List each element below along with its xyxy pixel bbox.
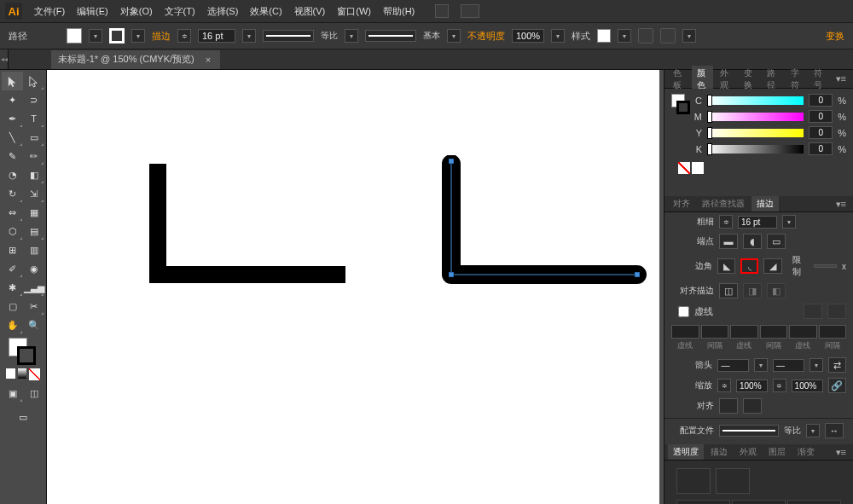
- blob-brush-tool-icon[interactable]: ◔: [2, 165, 23, 184]
- link-scale-icon[interactable]: 🔗: [828, 378, 846, 393]
- dash-align-icon[interactable]: [827, 304, 846, 319]
- graph-tool-icon[interactable]: ▁▃▅: [23, 278, 44, 297]
- tab-transparency[interactable]: 透明度: [668, 444, 704, 460]
- arrow-end-dd-icon[interactable]: ▾: [809, 358, 823, 372]
- anchor-point-icon[interactable]: [635, 272, 640, 277]
- cap-round-icon[interactable]: ◖: [743, 234, 762, 249]
- rectangle-tool-icon[interactable]: ▭: [23, 128, 44, 147]
- opacity-dropdown-icon[interactable]: ▾: [551, 29, 565, 43]
- shape-builder-tool-icon[interactable]: ⬡: [2, 222, 23, 240]
- black-slider[interactable]: [707, 145, 804, 154]
- symbol-sprayer-tool-icon[interactable]: ✱: [2, 278, 23, 297]
- dash3-input[interactable]: [789, 325, 817, 339]
- arrow-align-tip-icon[interactable]: [743, 398, 762, 414]
- path-shape-round-selected[interactable]: [439, 155, 653, 292]
- profile-dropdown-icon[interactable]: ▾: [345, 29, 358, 43]
- none-swatch-icon[interactable]: [678, 162, 690, 174]
- arrow-end[interactable]: —: [773, 359, 804, 372]
- cap-square-icon[interactable]: ▭: [767, 234, 786, 249]
- style-dropdown-icon[interactable]: ▾: [618, 29, 631, 43]
- artboard-tool-icon[interactable]: ▢: [2, 297, 23, 316]
- close-tab-icon[interactable]: ×: [203, 55, 213, 65]
- yellow-slider[interactable]: [707, 129, 804, 137]
- mesh-tool-icon[interactable]: ⊞: [2, 240, 23, 259]
- gap1-input[interactable]: [701, 325, 729, 339]
- tab-stroke2[interactable]: 描边: [705, 444, 733, 460]
- menu-effect[interactable]: 效果(C): [250, 5, 281, 18]
- trans-mask-icon[interactable]: [716, 468, 750, 494]
- align-outside-icon[interactable]: ◧: [767, 283, 786, 298]
- scale-start[interactable]: 100%: [736, 379, 768, 392]
- scale-tool-icon[interactable]: ⇲: [23, 184, 44, 203]
- zoom-tool-icon[interactable]: 🔍: [23, 316, 44, 334]
- tab-pathfinder[interactable]: 路径查找器: [697, 196, 750, 211]
- white-swatch-icon[interactable]: [692, 162, 704, 174]
- fill-dropdown-icon[interactable]: ▾: [89, 29, 102, 43]
- align-inside-icon[interactable]: ◨: [743, 283, 762, 298]
- trans-opt2[interactable]: [732, 500, 786, 504]
- tab-stroke[interactable]: 描边: [751, 196, 779, 211]
- black-value[interactable]: 0: [809, 142, 833, 155]
- corner-bevel-icon[interactable]: ◢: [763, 258, 781, 274]
- toolbox-toggle-icon[interactable]: ◂◂: [0, 49, 9, 69]
- arrange-button[interactable]: [461, 4, 479, 18]
- cap-butt-icon[interactable]: ▬: [719, 234, 738, 249]
- panel-menu-icon[interactable]: ▾≡: [833, 447, 850, 458]
- trans-opt3[interactable]: [787, 500, 841, 504]
- dash2-input[interactable]: [730, 325, 758, 339]
- stroke-profile[interactable]: [263, 30, 314, 42]
- weight-input[interactable]: 16 pt: [738, 216, 777, 229]
- none-mode-icon[interactable]: [29, 368, 40, 380]
- menu-select[interactable]: 选择(S): [207, 5, 239, 18]
- profile-dd-icon[interactable]: ▾: [806, 424, 820, 437]
- layout-button[interactable]: [435, 4, 449, 18]
- fill-swatch[interactable]: [67, 28, 82, 43]
- pencil-tool-icon[interactable]: ✏: [23, 147, 44, 165]
- direct-selection-tool-icon[interactable]: [23, 72, 44, 90]
- align-dropdown-icon[interactable]: ▾: [682, 29, 696, 43]
- color-mode-icon[interactable]: [6, 368, 15, 379]
- scale-end-stepper-icon[interactable]: ≑: [773, 379, 786, 392]
- tab-gradient[interactable]: 渐变: [792, 444, 820, 460]
- anchor-point-icon[interactable]: [449, 159, 454, 164]
- opacity-link[interactable]: 不透明度: [467, 30, 505, 43]
- trans-opt1[interactable]: [676, 500, 730, 504]
- swap-arrows-icon[interactable]: ⇄: [828, 357, 846, 373]
- slice-tool-icon[interactable]: ✂: [23, 297, 44, 316]
- scale-end[interactable]: 100%: [792, 379, 823, 392]
- weight-dropdown-icon[interactable]: ▾: [782, 215, 796, 229]
- trans-preview-icon[interactable]: [676, 468, 711, 494]
- opacity-field[interactable]: 100%: [512, 29, 544, 43]
- panel-menu-icon[interactable]: ▾≡: [833, 73, 850, 84]
- brush-style[interactable]: [365, 30, 416, 42]
- recolor-icon[interactable]: [638, 28, 653, 43]
- eyedropper-tool-icon[interactable]: ✐: [2, 259, 23, 278]
- type-tool-icon[interactable]: T: [23, 109, 44, 128]
- profile-selector[interactable]: [719, 425, 779, 437]
- tab-align[interactable]: 对齐: [668, 196, 695, 211]
- anchor-point-icon[interactable]: [449, 272, 454, 277]
- extra-tool-icon[interactable]: ▭: [2, 408, 44, 426]
- menu-file[interactable]: 文件(F): [34, 5, 65, 18]
- stroke-weight-field[interactable]: 16 pt: [198, 29, 235, 43]
- weight-stepper-icon[interactable]: ≑: [719, 215, 733, 229]
- scale-start-stepper-icon[interactable]: ≑: [717, 379, 731, 392]
- menu-view[interactable]: 视图(V): [294, 5, 326, 18]
- panel-menu-icon[interactable]: ▾≡: [833, 199, 850, 210]
- edit-mode-icon[interactable]: ◫: [23, 384, 44, 403]
- stroke-indicator-icon[interactable]: [17, 346, 36, 365]
- paintbrush-tool-icon[interactable]: ✎: [2, 147, 23, 165]
- perspective-tool-icon[interactable]: ▤: [23, 222, 44, 240]
- corner-miter-icon[interactable]: ◣: [717, 258, 735, 274]
- free-transform-tool-icon[interactable]: ▦: [23, 203, 44, 222]
- cyan-slider[interactable]: [707, 96, 804, 105]
- stroke-weight-stepper-icon[interactable]: ≑: [177, 29, 191, 43]
- line-tool-icon[interactable]: ╲: [2, 128, 23, 147]
- dashed-checkbox[interactable]: [678, 306, 689, 317]
- menu-help[interactable]: 帮助(H): [383, 5, 415, 18]
- stroke-dropdown-icon[interactable]: ▾: [131, 29, 145, 43]
- magic-wand-tool-icon[interactable]: ✦: [2, 90, 23, 109]
- yellow-value[interactable]: 0: [809, 126, 833, 139]
- gradient-tool-icon[interactable]: ▥: [23, 240, 44, 259]
- panel-stroke-swatch-icon[interactable]: [676, 101, 690, 114]
